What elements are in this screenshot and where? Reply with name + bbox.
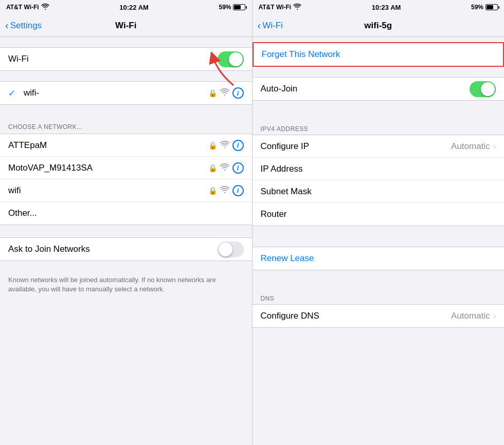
connected-network-name: wifi-: [24, 88, 208, 98]
auto-join-section: Auto-Join: [253, 77, 505, 101]
wifi-signal-0: [220, 141, 229, 150]
dns-section-header: DNS: [253, 291, 505, 304]
info-button-1[interactable]: i: [232, 162, 244, 174]
right-spacer3: [253, 236, 505, 247]
network-icons-0: 🔒 i: [208, 140, 244, 151]
other-label: Other...: [8, 208, 244, 218]
ipv4-section: Configure IP Automatic › IP Address Subn…: [253, 135, 505, 226]
top-spacer: [0, 37, 252, 47]
left-status-right: 59%: [219, 4, 245, 11]
right-nav-title: wifi-5g: [364, 21, 392, 31]
auto-join-label: Auto-Join: [261, 84, 470, 94]
right-top-spacer: [253, 37, 505, 42]
left-status-bar: AT&T Wi-Fi 10:22 AM 59%: [0, 0, 252, 14]
ipv4-section-header: IPV4 ADDRESS: [253, 121, 505, 135]
right-wifi-signal-icon: [293, 4, 301, 11]
info-button-0[interactable]: i: [232, 140, 244, 151]
left-back-button[interactable]: ‹ Settings: [5, 21, 42, 31]
info-button-2[interactable]: i: [232, 185, 244, 196]
connected-network-icons: 🔒 i: [208, 87, 244, 99]
left-status-left: AT&T Wi-Fi: [6, 4, 49, 11]
auto-join-toggle[interactable]: [470, 81, 496, 97]
right-time: 10:23 AM: [372, 4, 401, 11]
right-spacer2: [253, 111, 505, 121]
left-back-label: Settings: [10, 21, 42, 31]
left-battery-pct: 59%: [219, 4, 231, 11]
left-wifi-signal-icon: [41, 4, 49, 11]
subnet-mask-row[interactable]: Subnet Mask: [253, 180, 505, 203]
right-spacer1: [253, 67, 505, 77]
renew-lease-row[interactable]: Renew Lease: [253, 247, 505, 270]
connected-network-section: ✓ wifi- 🔒 i: [0, 81, 252, 105]
wifi-label: Wi-Fi: [8, 54, 218, 64]
left-back-chevron: ‹: [5, 20, 9, 30]
network-icons-1: 🔒 i: [208, 162, 244, 174]
network-icons-2: 🔒 i: [208, 185, 244, 196]
wifi-signal-2: [220, 186, 229, 195]
lock-icon-2: 🔒: [208, 187, 217, 195]
router-row[interactable]: Router: [253, 203, 505, 226]
configure-dns-value: Automatic: [451, 311, 490, 321]
forget-label: Forget This Network: [262, 49, 340, 59]
right-carrier: AT&T Wi-Fi: [259, 4, 292, 11]
info-button-connected[interactable]: i: [232, 87, 244, 99]
right-content: Forget This Network Auto-Join IPV4 ADDRE…: [253, 37, 505, 445]
ip-address-label: IP Address: [261, 164, 496, 174]
network-row-0[interactable]: ATTEpaM 🔒 i: [0, 134, 252, 157]
right-back-label: Wi-Fi: [262, 21, 283, 31]
left-nav-bar: ‹ Settings Wi-Fi: [0, 14, 252, 37]
right-back-button[interactable]: ‹ Wi-Fi: [258, 21, 283, 31]
wifi-signal-1: [220, 163, 229, 173]
ask-join-footer: Known networks will be joined automatica…: [0, 271, 252, 302]
configure-dns-row[interactable]: Configure DNS Automatic ›: [253, 305, 505, 327]
wifi-toggle[interactable]: [218, 51, 244, 67]
left-carrier: AT&T Wi-Fi: [6, 4, 39, 11]
forget-section: Forget This Network: [253, 42, 505, 67]
left-nav-title: Wi-Fi: [115, 21, 136, 31]
left-battery-icon: [233, 4, 245, 10]
right-status-bar: AT&T Wi-Fi 10:23 AM 59%: [253, 0, 505, 14]
ask-join-label: Ask to Join Networks: [8, 244, 218, 254]
configure-dns-label: Configure DNS: [261, 311, 452, 321]
wifi-icon: [220, 88, 229, 98]
configure-ip-value: Automatic: [451, 141, 490, 152]
network-list-section: ATTEpaM 🔒 i: [0, 134, 252, 225]
subnet-mask-label: Subnet Mask: [261, 187, 496, 197]
choose-network-header: CHOOSE A NETWORK...: [0, 115, 252, 134]
ask-join-row: Ask to Join Networks: [0, 238, 252, 261]
network-name-0: ATTEpaM: [8, 140, 208, 151]
ask-join-toggle[interactable]: [218, 242, 244, 257]
right-battery-icon: [485, 4, 498, 10]
wifi-toggle-row: Wi-Fi: [0, 48, 252, 70]
wifi-toggle-section: Wi-Fi: [0, 47, 252, 71]
renew-section: Renew Lease: [253, 247, 505, 270]
left-time: 10:22 AM: [119, 4, 149, 11]
right-battery-pct: 59%: [471, 4, 483, 11]
ip-address-row[interactable]: IP Address: [253, 158, 505, 180]
configure-ip-label: Configure IP: [261, 141, 452, 152]
forget-row[interactable]: Forget This Network: [254, 43, 503, 66]
right-nav-bar: ‹ Wi-Fi wifi-5g: [253, 14, 505, 37]
network-name-2: wifi: [8, 186, 208, 196]
network-name-1: MotoVAP_M91413SA: [8, 163, 208, 173]
right-status-left: AT&T Wi-Fi: [259, 4, 302, 11]
other-network-row[interactable]: Other...: [0, 202, 252, 225]
configure-dns-chevron: ›: [493, 311, 496, 321]
network-row-1[interactable]: MotoVAP_M91413SA 🔒 i: [0, 157, 252, 179]
configure-ip-row[interactable]: Configure IP Automatic ›: [253, 135, 505, 158]
configure-ip-chevron: ›: [493, 142, 496, 151]
ask-join-section: Ask to Join Networks: [0, 237, 252, 261]
left-panel: AT&T Wi-Fi 10:22 AM 59% ‹ Settings Wi-Fi: [0, 0, 252, 445]
right-back-chevron: ‹: [258, 20, 261, 30]
right-status-right: 59%: [471, 4, 498, 11]
network-row-2[interactable]: wifi 🔒 i: [0, 179, 252, 202]
right-panel: AT&T Wi-Fi 10:23 AM 59% ‹ Wi-Fi wifi-5g: [253, 0, 505, 445]
lock-icon-0: 🔒: [208, 141, 217, 150]
router-label: Router: [261, 209, 496, 219]
renew-label: Renew Lease: [261, 253, 314, 264]
right-spacer4: [253, 281, 505, 291]
lock-icon-1: 🔒: [208, 164, 217, 172]
lock-icon: 🔒: [208, 89, 217, 97]
connected-network-row: ✓ wifi- 🔒 i: [0, 82, 252, 104]
left-content: Wi-Fi ✓ wifi- 🔒: [0, 37, 252, 445]
